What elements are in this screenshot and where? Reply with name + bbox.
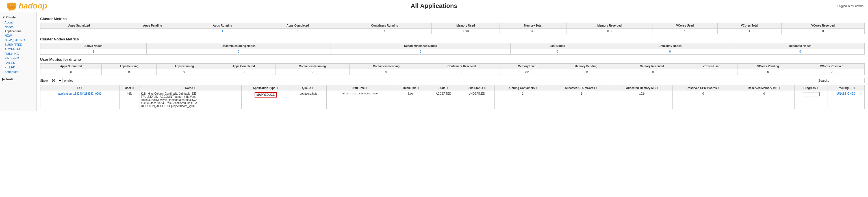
- sidebar-item-about[interactable]: About: [0, 20, 36, 25]
- app-id-link[interactable]: application_1580404288983_0001: [58, 92, 101, 95]
- sidebar-item-new[interactable]: NEW: [0, 33, 36, 38]
- cn-th-rebooted: Rebooted Nodes: [736, 43, 864, 49]
- main-layout: ▼ Cluster About Nodes Applications NEW N…: [0, 12, 868, 111]
- cn-lost: 0: [510, 49, 604, 55]
- apps-th-alloc-cpu[interactable]: Allocated CPU VCores: [551, 85, 612, 91]
- cn-rebooted: 0: [736, 49, 864, 55]
- show-entries-left: Show 20 50 100 entries: [40, 78, 73, 83]
- main-content: Cluster Metrics Apps Submitted Apps Pend…: [37, 12, 868, 111]
- app-state: ACCEPTED: [428, 91, 459, 109]
- um-th-containers-pending: Containers Pending: [349, 64, 423, 69]
- show-label: Show: [40, 79, 48, 82]
- user-metrics-data-row: 0 0 0 0 0 0 0 0 B 0 B 0 B 0 0 0: [40, 69, 865, 75]
- apps-th-final-status[interactable]: FinalStatus: [459, 85, 494, 91]
- um-th-containers-running: Containers Running: [275, 64, 349, 69]
- apps-th-tracking-ui[interactable]: Tracking UI: [828, 85, 865, 91]
- apps-th-reserved-cpu[interactable]: Reserved CPU VCores: [673, 85, 734, 91]
- search-input[interactable]: [831, 78, 865, 83]
- cluster-metrics-data-row: 1 0 1 0 1 1 GB 8 GB 0 B 1 4 0: [40, 29, 865, 34]
- sidebar-item-new-saving[interactable]: NEW_SAVING: [0, 38, 36, 43]
- apps-th-queue[interactable]: Queue: [290, 85, 327, 91]
- tools-section-title[interactable]: ▶ Tools: [0, 76, 36, 82]
- sidebar-item-running[interactable]: RUNNING: [0, 51, 36, 56]
- um-vcores-used: 0: [686, 69, 737, 75]
- app-type: MAPREDUCE: [241, 91, 290, 109]
- entries-select[interactable]: 20 50 100: [50, 78, 62, 83]
- cn-th-lost: Lost Nodes: [510, 43, 604, 49]
- um-memory-pending: 0 B: [554, 69, 618, 75]
- cluster-label: Cluster: [6, 16, 17, 19]
- apps-th-start-time[interactable]: StartTime: [327, 85, 393, 91]
- app-tracking-ui: UNASSIGNED: [828, 91, 865, 109]
- cluster-metrics-memory-reserved: 0 B: [566, 29, 652, 34]
- um-containers-reserved: 0: [423, 69, 500, 75]
- um-memory-reserved: 0 B: [618, 69, 686, 75]
- cluster-nodes-metrics-table: Active Nodes Decommissioning Nodes Decom…: [40, 43, 865, 55]
- app-queue: root.users.hdfs: [290, 91, 327, 109]
- cluster-metrics-th-vcores-total: VCores Total: [717, 23, 781, 29]
- um-apps-pending: 0: [102, 69, 157, 75]
- sidebar-item-nodes[interactable]: Nodes: [0, 25, 36, 29]
- um-vcores-pending: 0: [737, 69, 799, 75]
- cluster-metrics-apps-completed: 0: [258, 29, 338, 34]
- user-metrics-title: User Metrics for dr.who: [40, 57, 865, 62]
- apps-th-name[interactable]: Name: [140, 85, 241, 91]
- um-th-containers-reserved: Containers Reserved: [423, 64, 500, 69]
- apps-th-finish-time[interactable]: FinishTime: [393, 85, 428, 91]
- cluster-metrics-vcores-total: 4: [717, 29, 781, 34]
- apps-th-id[interactable]: ID: [40, 85, 120, 91]
- cn-th-decommissioning: Decommissioning Nodes: [146, 43, 331, 49]
- cluster-section: ▼ Cluster About Nodes Applications NEW N…: [0, 15, 36, 74]
- apps-th-alloc-memory[interactable]: Allocated Memory MB: [612, 85, 673, 91]
- app-final-status: UNDEFINED: [459, 91, 494, 109]
- cluster-nodes-metrics-title: Cluster Nodes Metrics: [40, 37, 865, 41]
- app-running-containers: 1: [495, 91, 551, 109]
- app-name-text: Kylin Hive Column Cardinality Job table=…: [141, 92, 197, 108]
- um-th-apps-submitted: Apps Submitted: [40, 64, 102, 69]
- sidebar-item-finished[interactable]: FINISHED: [0, 56, 36, 60]
- cluster-metrics-memory-total: 8 GB: [500, 29, 566, 34]
- table-row: application_1580404288983_0001 hdfs Kyli…: [40, 91, 865, 109]
- sidebar-item-scheduler[interactable]: Scheduler: [0, 69, 36, 74]
- app-alloc-cpu: 1: [551, 91, 612, 109]
- cluster-metrics-th-memory-reserved: Memory Reserved: [566, 23, 652, 29]
- um-th-apps-pending: Apps Pending: [102, 64, 157, 69]
- sidebar-item-failed[interactable]: FAILED: [0, 60, 36, 65]
- logged-in-label: Logged in as: dr.who: [837, 4, 864, 8]
- tracking-ui-link[interactable]: UNASSIGNED: [837, 92, 856, 95]
- sidebar: ▼ Cluster About Nodes Applications NEW N…: [0, 12, 37, 111]
- um-th-apps-running: Apps Running: [157, 64, 212, 69]
- apps-th-running-containers[interactable]: Running Containers: [495, 85, 551, 91]
- cluster-arrow-icon: ▼: [2, 16, 5, 19]
- sidebar-item-accepted[interactable]: ACCEPTED: [0, 47, 36, 51]
- cluster-metrics-th-vcores-used: VCores Used: [652, 23, 718, 29]
- cluster-metrics-th-containers-running: Containers Running: [338, 23, 432, 29]
- um-apps-completed: 0: [212, 69, 275, 75]
- tools-arrow-icon: ▶: [2, 78, 4, 81]
- apps-th-app-type[interactable]: Application Type: [241, 85, 290, 91]
- apps-th-reserved-memory[interactable]: Reserved Memory MB: [734, 85, 795, 91]
- cluster-metrics-containers-running: 1: [338, 29, 432, 34]
- um-apps-running: 0: [157, 69, 212, 75]
- cluster-nodes-header-row: Active Nodes Decommissioning Nodes Decom…: [40, 43, 865, 49]
- apps-th-progress[interactable]: Progress: [794, 85, 828, 91]
- app-progress: [794, 91, 828, 109]
- cluster-metrics-th-memory-total: Memory Total: [500, 23, 566, 29]
- app-progress-input[interactable]: [803, 92, 820, 96]
- cluster-metrics-vcores-reserved: 0: [781, 29, 865, 34]
- app-type-badge: MAPREDUCE: [255, 92, 277, 97]
- table-controls: Show 20 50 100 entries Search:: [40, 78, 865, 83]
- applications-table: ID User Name Application Type Queue Star…: [40, 85, 865, 109]
- sidebar-item-submitted[interactable]: SUBMITTED: [0, 43, 36, 47]
- apps-th-state[interactable]: State: [428, 85, 459, 91]
- app-start-time: Fri Jan 31 01:14:26 +0800 2020: [327, 91, 393, 109]
- logo: hadoop: [4, 0, 47, 11]
- cluster-metrics-th-apps-running: Apps Running: [187, 23, 258, 29]
- cluster-metrics-th-apps-pending: Apps Pending: [118, 23, 187, 29]
- sidebar-item-killed[interactable]: KILLED: [0, 65, 36, 69]
- um-th-vcores-reserved: VCores Reserved: [799, 64, 865, 69]
- cluster-metrics-apps-running: 1: [187, 29, 258, 34]
- cluster-section-title[interactable]: ▼ Cluster: [0, 15, 36, 20]
- cluster-metrics-title: Cluster Metrics: [40, 17, 865, 21]
- apps-th-user[interactable]: User: [119, 85, 140, 91]
